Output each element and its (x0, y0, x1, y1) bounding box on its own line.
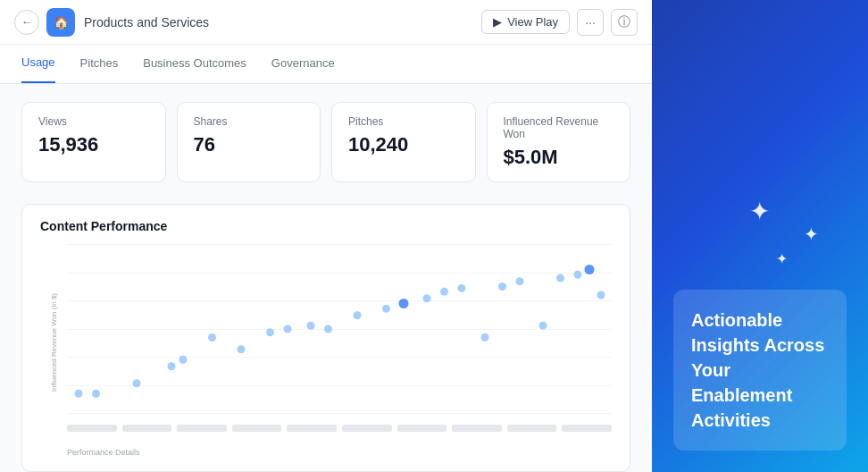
metric-revenue: Influenced Revenue Won $5.0M (487, 102, 631, 182)
svg-point-13 (399, 299, 409, 308)
svg-point-20 (539, 322, 547, 330)
metric-views: Views 15,936 (21, 102, 166, 182)
x-bar (452, 425, 502, 432)
chart-section: Content Performance Influenced Revenue W… (21, 204, 630, 472)
svg-point-6 (238, 345, 246, 353)
tab-governance[interactable]: Governance (271, 45, 335, 83)
back-icon: ← (21, 15, 33, 29)
metric-shares-label: Shares (194, 115, 305, 128)
info-icon: ⓘ (618, 14, 630, 30)
sparkle-icon-2: ✦ (804, 223, 819, 245)
tab-pitches[interactable]: Pitches (80, 45, 119, 83)
cta-line2: Your Enablement Activities (691, 358, 829, 433)
home-button[interactable]: 🏠 (46, 8, 75, 37)
svg-point-18 (498, 282, 506, 291)
x-bar (397, 425, 447, 432)
metric-shares-value: 76 (194, 133, 305, 156)
x-bar (562, 425, 612, 432)
more-button[interactable]: ··· (577, 9, 604, 36)
page-title: Products and Services (84, 15, 481, 30)
x-bar (232, 425, 282, 432)
x-bar (507, 425, 557, 432)
x-bar (177, 425, 227, 432)
svg-point-0 (75, 390, 83, 398)
play-icon: ▶ (493, 15, 502, 29)
chart-inner (67, 244, 612, 432)
x-bar (67, 425, 117, 432)
metric-views-value: 15,936 (38, 133, 149, 156)
cta-line1: Actionable Insights Across (691, 308, 829, 358)
tab-business-outcomes[interactable]: Business Outcomes (143, 45, 246, 83)
svg-point-24 (597, 291, 605, 299)
svg-point-4 (179, 356, 188, 364)
cta-box: Actionable Insights Across Your Enableme… (673, 290, 847, 451)
svg-point-19 (516, 277, 524, 285)
svg-point-8 (284, 325, 292, 333)
svg-point-16 (458, 284, 466, 292)
more-icon: ··· (585, 15, 596, 30)
svg-point-7 (266, 328, 274, 336)
view-play-label: View Play (507, 15, 558, 29)
y-axis-label: Influenced Revenue Won (in $) (50, 293, 58, 392)
x-bar (342, 425, 392, 432)
svg-point-23 (585, 265, 595, 274)
info-button[interactable]: ⓘ (611, 9, 638, 36)
svg-point-9 (307, 322, 315, 330)
metric-pitches: Pitches 10,240 (331, 102, 476, 182)
left-panel: ← 🏠 Products and Services ▶ View Play ··… (0, 0, 652, 472)
scatter-plot (67, 244, 612, 414)
x-axis-bars (67, 425, 612, 432)
x-bar (287, 425, 337, 432)
tab-usage[interactable]: Usage (21, 45, 55, 83)
metric-views-label: Views (38, 115, 149, 128)
tab-bar: Usage Pitches Business Outcomes Governan… (0, 45, 652, 84)
sparkle-icon-3: ✦ (776, 250, 788, 267)
svg-point-12 (382, 305, 390, 313)
svg-point-10 (324, 325, 332, 333)
svg-point-3 (168, 362, 176, 370)
metric-shares: Shares 76 (177, 102, 321, 182)
right-panel: ✦ ✦ ✦ Actionable Insights Across Your En… (652, 0, 868, 472)
back-button[interactable]: ← (14, 10, 39, 35)
metric-cards: Views 15,936 Shares 76 Pitches 10,240 In… (21, 102, 630, 182)
svg-point-5 (208, 333, 216, 341)
svg-point-1 (92, 390, 100, 398)
home-icon: 🏠 (54, 15, 69, 30)
svg-point-21 (556, 274, 564, 282)
svg-point-11 (354, 311, 362, 319)
chart-title: Content Performance (40, 219, 612, 233)
header-actions: ▶ View Play ··· ⓘ (481, 9, 638, 36)
main-content: Views 15,936 Shares 76 Pitches 10,240 In… (0, 84, 652, 472)
header: ← 🏠 Products and Services ▶ View Play ··… (0, 0, 652, 45)
svg-point-22 (574, 271, 582, 279)
metric-pitches-value: 10,240 (348, 133, 459, 156)
chart-area: Influenced Revenue Won (in $) (40, 244, 612, 459)
x-axis-label: Performance Details (67, 442, 140, 459)
svg-point-15 (440, 288, 448, 296)
view-play-button[interactable]: ▶ View Play (481, 10, 570, 34)
metric-revenue-label: Influenced Revenue Won (504, 115, 614, 140)
svg-point-2 (133, 379, 141, 387)
svg-point-17 (481, 333, 489, 341)
metric-revenue-value: $5.0M (504, 146, 614, 169)
metric-pitches-label: Pitches (348, 115, 459, 128)
sparkle-icon-1: ✦ (749, 197, 770, 226)
x-bar (122, 425, 172, 432)
svg-point-14 (423, 294, 431, 302)
